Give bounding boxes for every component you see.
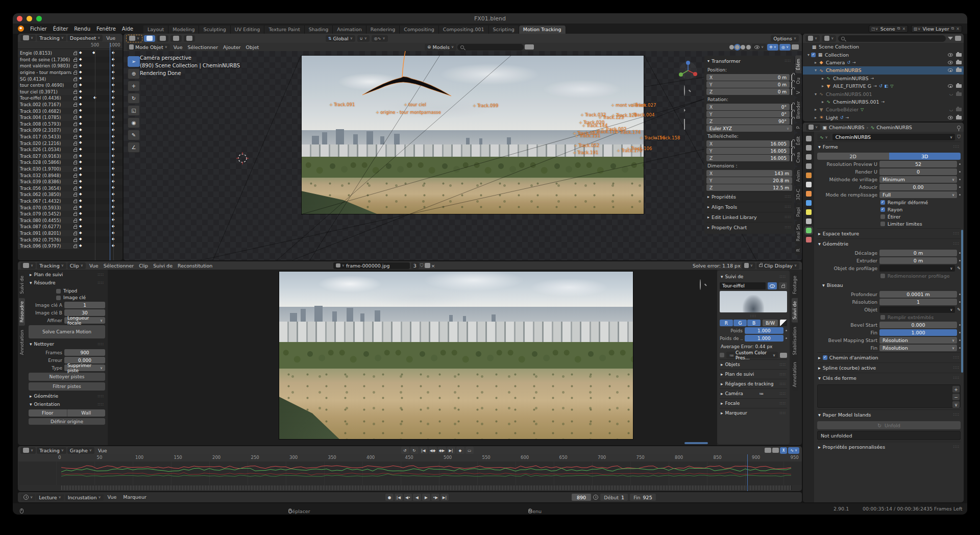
outliner-row-cheminnurbs-001[interactable]: ▸∿CheminNURBS.001→ (803, 98, 964, 106)
channel-keyframes[interactable]: ◆◆ (79, 217, 122, 224)
viewport-track-label[interactable]: origine - tour montparnasse (376, 110, 441, 115)
keyframe-diamond[interactable]: ◆ (79, 51, 82, 55)
transform-field[interactable]: Z90° (706, 118, 790, 125)
dopesheet-channel[interactable]: front de seine (1.7306)◆◆ (18, 57, 122, 63)
keyframe-diamond[interactable]: ◆ (79, 217, 82, 222)
fill-caps-checkbox[interactable] (880, 315, 885, 320)
sidebar-tab-real-sn[interactable]: Real Sn (795, 221, 801, 245)
dopesheet-channel[interactable]: Track.080 (0.4455)◆◆ (18, 217, 122, 224)
dopesheet-channel[interactable]: Track.008 (0.5793)◆◆ (18, 121, 122, 128)
channel-keyframes[interactable]: ◆◆ (79, 159, 122, 166)
viewport-track-label[interactable]: Track.004 (629, 112, 654, 117)
keyframe-diamond[interactable]: ◆ (79, 237, 82, 241)
scene-selector[interactable]: ◳∨ Scene ⧉ × (869, 25, 908, 33)
cursor-tool[interactable]: ⊕ (128, 68, 140, 79)
overlays-toggle[interactable]: ◎∨ (779, 44, 791, 51)
channel-keyframes[interactable]: ◆◆◆ (79, 95, 122, 102)
lock-toggle[interactable] (791, 105, 792, 110)
properties-tab-object[interactable] (806, 191, 812, 197)
shading-rendered-icon[interactable] (746, 45, 751, 50)
menu-rendu[interactable]: Rendu (71, 26, 93, 32)
timeline-menu-lecture[interactable]: Lecture∨ (36, 494, 64, 501)
clip-scrollbar[interactable] (684, 442, 708, 444)
channel-keyframes[interactable]: ◆◆ (79, 57, 122, 63)
clip-menu-s-lectionner[interactable]: Sélectionner (101, 263, 137, 269)
hide-viewport-toggle[interactable]: ◡ (949, 92, 953, 95)
disable-render-toggle[interactable] (956, 84, 962, 88)
unlink-scene-icon[interactable]: × (902, 27, 905, 31)
keyframe-diamond[interactable]: ◆ (79, 83, 82, 87)
keyframe-diamond[interactable]: ◆ (79, 102, 82, 106)
panel-spline-active-header[interactable]: ▸Spline (courbe) active∷∷ (817, 362, 961, 373)
bevel-mapping-end-dropdown[interactable]: Résolution (879, 345, 957, 351)
lock-toggle[interactable] (71, 58, 79, 62)
keyframe-diamond[interactable]: ◆ (79, 160, 82, 164)
dopesheet-mode-dropdown[interactable]: Tracking∨ (37, 35, 66, 41)
workspace-tab-compositing[interactable]: Compositing (400, 26, 439, 34)
lock-toggle[interactable] (71, 192, 79, 197)
wall-button[interactable]: Wall (67, 409, 106, 417)
clip-sidebar-tab-annotation[interactable]: Annotation (792, 359, 798, 390)
panel-orientation-header[interactable]: ▾Orientation∷∷ (29, 400, 105, 408)
bevel-mapping-start-dropdown[interactable]: Résolution (879, 337, 957, 344)
measure-tool[interactable]: ∠ (128, 142, 140, 153)
annotate-tool[interactable]: ✎ (128, 130, 140, 140)
keyframe-diamond[interactable]: ◆ (79, 205, 82, 209)
dopesheet-channel[interactable]: origine - tour montparnasse◆◆ (18, 69, 122, 76)
clip-tab-suivi-de[interactable]: Suivi de (19, 273, 25, 297)
panel-custom-properties-header[interactable]: ▸Propriétés personnalisées∷∷ (817, 442, 961, 452)
object-visibility-dropdown[interactable]: ∨ (752, 44, 766, 51)
keyframe-diamond[interactable]: ◆ (79, 199, 82, 203)
transform-panel-header[interactable]: ▾Transformer∷∷ (706, 57, 792, 66)
editor-type-dropdown[interactable]: ∨ (20, 35, 36, 41)
models-search-input[interactable] (457, 44, 524, 51)
graph-curves-area[interactable] (18, 461, 802, 485)
clip-sidebar-tab-stabilisation[interactable]: Stabilisation (792, 324, 798, 358)
sidebar-tab-3d-c[interactable]: 3D-C (795, 186, 801, 203)
lock-toggle[interactable] (71, 77, 79, 81)
channel-keyframes[interactable]: ◆◆ (79, 236, 122, 243)
expand-arrow[interactable]: ▾ (813, 92, 818, 96)
viewport-menu-vue[interactable]: Vue (171, 44, 185, 50)
menu-fichier[interactable]: Fichier (27, 26, 50, 32)
twist-smooth-field[interactable]: 0.00 (879, 184, 957, 190)
lock-toggle[interactable] (71, 141, 79, 145)
new-collection-icon[interactable] (955, 36, 961, 41)
zoom-gizmo-icon[interactable] (684, 86, 685, 95)
viewport-track-label[interactable]: Track.191 (573, 150, 598, 155)
gizmos-toggle[interactable]: ✛∨ (767, 44, 778, 51)
xray-toggle[interactable] (792, 44, 799, 50)
panel-suivi-de-header[interactable]: ▾Suivi de∷∷ (720, 272, 787, 281)
keyframe-diamond[interactable]: ◆ (79, 244, 82, 248)
path-animation-checkbox[interactable]: ✓ (823, 355, 827, 360)
channel-keyframes[interactable]: ◆◆ (79, 69, 122, 76)
viewport-track-label[interactable]: Track.027 (630, 103, 656, 108)
shading-material-icon[interactable] (741, 45, 745, 50)
dopesheet-playhead[interactable] (110, 43, 110, 260)
keyframe-diamond[interactable]: ◆ (79, 185, 82, 189)
expand-arrow[interactable]: ▸ (813, 107, 818, 112)
hide-viewport-toggle[interactable] (948, 116, 953, 119)
channel-keyframes[interactable]: ◆◆ (79, 127, 122, 134)
panel-r-glages-de-tracking-header[interactable]: ▸Réglages de tracking∷∷ (720, 379, 787, 388)
sidebar-tab-dit[interactable]: Édit (795, 133, 801, 148)
open-clip-folder-icon[interactable] (425, 263, 430, 268)
dopesheet-channel[interactable]: mont valérien (0.9803)◆◆ (18, 63, 122, 69)
refresh-left-button[interactable]: ↺ (401, 447, 409, 454)
disable-render-toggle[interactable] (956, 68, 962, 72)
sidebar-tab-crea[interactable]: Crea (795, 149, 801, 166)
keyframe-diamond[interactable]: ◆ (79, 95, 82, 100)
dopesheet-channel[interactable]: Track.028 (0.5866)◆◆ (18, 159, 122, 166)
workspace-tab-compositing-001[interactable]: Compositing.001 (439, 26, 489, 34)
channel-b-button[interactable]: B (747, 320, 761, 326)
remove-view-layer-icon[interactable]: × (956, 27, 960, 31)
lock-toggle[interactable] (71, 70, 79, 75)
taper-object-field[interactable] (879, 265, 955, 272)
viewport-track-label[interactable]: Track.099 (473, 103, 498, 108)
disable-render-toggle[interactable] (956, 53, 962, 57)
filter-icon[interactable] (948, 37, 953, 40)
lock-toggle[interactable] (71, 83, 79, 87)
custom-color-checkbox[interactable] (720, 353, 724, 357)
dopesheet-ruler[interactable]: 5001000 (18, 42, 122, 49)
keyframe-diamond[interactable]: ◆ (79, 211, 82, 215)
